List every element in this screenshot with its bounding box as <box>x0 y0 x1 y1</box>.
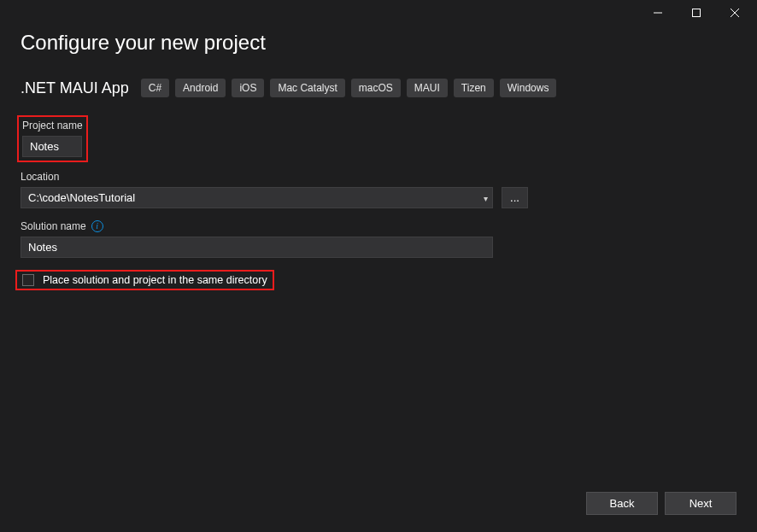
solution-name-label-text: Solution name <box>21 220 86 232</box>
tag: Android <box>175 79 226 97</box>
project-name-input[interactable] <box>22 136 82 157</box>
template-name: .NET MAUI App <box>21 79 129 97</box>
solution-name-input[interactable] <box>21 237 493 258</box>
maximize-button[interactable] <box>677 0 715 26</box>
tag: C# <box>141 79 169 97</box>
browse-button[interactable]: ... <box>502 187 528 208</box>
tag: Tizen <box>454 79 494 97</box>
tag: iOS <box>232 79 264 97</box>
window-titlebar <box>0 0 757 26</box>
minimize-button[interactable] <box>638 0 677 26</box>
footer: Back Next <box>586 492 736 515</box>
location-label: Location <box>21 171 736 183</box>
back-button[interactable]: Back <box>586 492 658 515</box>
page-title: Configure your new project <box>21 31 736 55</box>
same-directory-highlight: Place solution and project in the same d… <box>15 270 274 290</box>
same-directory-label: Place solution and project in the same d… <box>43 274 267 286</box>
close-button[interactable] <box>715 0 754 26</box>
tag: Windows <box>500 79 557 97</box>
tag: MAUI <box>407 79 448 97</box>
tag: Mac Catalyst <box>270 79 344 97</box>
solution-name-label: Solution name i <box>21 220 736 232</box>
info-icon[interactable]: i <box>91 220 103 232</box>
template-tags: C# Android iOS Mac Catalyst macOS MAUI T… <box>141 79 557 97</box>
same-directory-checkbox[interactable] <box>22 274 34 286</box>
project-name-label: Project name <box>22 120 83 132</box>
tag: macOS <box>351 79 401 97</box>
project-name-highlight: Project name <box>17 115 88 162</box>
next-button[interactable]: Next <box>665 492 736 515</box>
location-input[interactable] <box>21 187 493 208</box>
svg-rect-1 <box>692 9 700 17</box>
